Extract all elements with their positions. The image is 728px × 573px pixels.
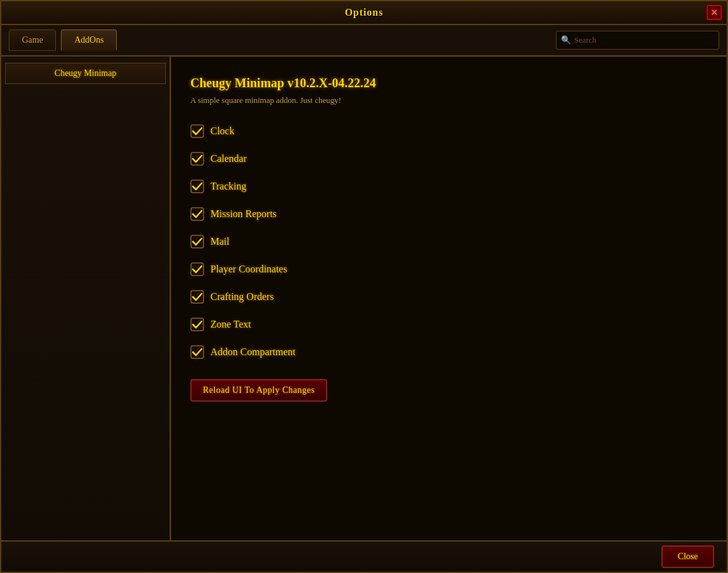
main-area: Cheugy Minimap Cheugy Minimap v10.2.X-04… <box>1 56 727 543</box>
options-window: Options ✕ Game AddOns 🔍 Cheugy Minimap C… <box>0 0 728 573</box>
addon-description: A simple square minimap addon. Just cheu… <box>190 95 707 105</box>
search-input[interactable] <box>556 31 719 50</box>
option-row-mail: Mail <box>190 235 707 249</box>
checkbox-icon-tracking[interactable] <box>190 179 204 193</box>
content-panel: Cheugy Minimap v10.2.X-04.22.24 A simple… <box>171 56 727 543</box>
reload-button[interactable]: Reload UI To Apply Changes <box>190 379 327 402</box>
option-row-calendar: Calendar <box>190 152 707 166</box>
tab-game[interactable]: Game <box>9 29 56 51</box>
option-row-crafting-orders: Crafting Orders <box>190 290 707 304</box>
option-label-player-coordinates[interactable]: Player Coordinates <box>210 264 287 275</box>
titlebar: Options ✕ <box>1 1 727 25</box>
option-row-tracking: Tracking <box>190 179 707 193</box>
tab-addons[interactable]: AddOns <box>61 29 117 51</box>
checkbox-icon-calendar[interactable] <box>190 152 204 166</box>
bottom-bar: Close <box>1 540 727 572</box>
option-row-mission-reports: Mission Reports <box>190 207 707 221</box>
option-row-addon-compartment: Addon Compartment <box>190 345 707 359</box>
option-label-mission-reports[interactable]: Mission Reports <box>210 208 276 220</box>
search-container: 🔍 <box>556 31 719 50</box>
close-bottom-button[interactable]: Close <box>661 545 714 568</box>
option-label-mail[interactable]: Mail <box>210 236 229 247</box>
checkbox-icon-crafting-orders[interactable] <box>190 290 204 304</box>
option-label-calendar[interactable]: Calendar <box>210 153 247 164</box>
addon-title: Cheugy Minimap v10.2.X-04.22.24 <box>190 76 707 90</box>
options-list: ClockCalendarTrackingMission ReportsMail… <box>190 124 707 359</box>
search-icon: 🔍 <box>561 35 571 45</box>
close-icon-button[interactable]: ✕ <box>707 5 722 20</box>
checkbox-icon-mission-reports[interactable] <box>190 207 204 221</box>
option-label-tracking[interactable]: Tracking <box>210 181 246 192</box>
checkbox-icon-player-coordinates[interactable] <box>190 262 204 276</box>
checkbox-icon-addon-compartment[interactable] <box>190 345 204 359</box>
sidebar-item-cheugy-minimap[interactable]: Cheugy Minimap <box>5 63 166 84</box>
option-row-clock: Clock <box>190 124 707 138</box>
sidebar: Cheugy Minimap <box>1 56 171 543</box>
checkbox-icon-clock[interactable] <box>190 124 204 138</box>
option-label-crafting-orders[interactable]: Crafting Orders <box>210 291 274 303</box>
option-row-player-coordinates: Player Coordinates <box>190 262 707 276</box>
option-label-clock[interactable]: Clock <box>210 126 234 137</box>
option-label-addon-compartment[interactable]: Addon Compartment <box>210 346 296 358</box>
option-label-zone-text[interactable]: Zone Text <box>210 319 251 330</box>
checkbox-icon-zone-text[interactable] <box>190 318 204 331</box>
option-row-zone-text: Zone Text <box>190 318 707 331</box>
topbar: Game AddOns 🔍 <box>1 25 727 56</box>
window-title: Options <box>345 7 383 18</box>
checkbox-icon-mail[interactable] <box>190 235 204 249</box>
